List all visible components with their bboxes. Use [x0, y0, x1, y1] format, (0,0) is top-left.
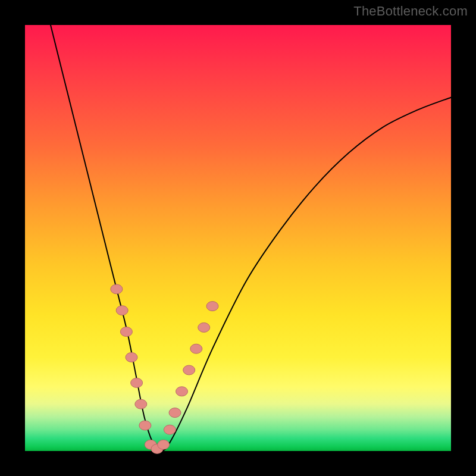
highlight-dot: [198, 322, 210, 332]
highlight-dot: [120, 327, 132, 337]
highlight-dot: [111, 284, 123, 294]
highlight-dot: [206, 302, 218, 311]
highlight-dot: [164, 425, 176, 434]
watermark-text: TheBottleneck.com: [353, 4, 468, 19]
highlight-dot: [131, 378, 143, 387]
chart-frame: TheBottleneck.com: [0, 0, 476, 476]
highlight-dot: [158, 440, 170, 449]
highlight-dot: [139, 421, 151, 430]
highlight-dots-group: [111, 284, 218, 454]
highlight-dot: [116, 306, 128, 315]
highlight-dot: [183, 365, 195, 375]
highlight-dot: [126, 353, 137, 362]
highlight-dot: [169, 408, 181, 418]
plot-area: [25, 25, 451, 451]
curve-svg: [25, 25, 451, 451]
highlight-dot: [190, 344, 202, 353]
highlight-dot: [176, 387, 188, 396]
highlight-dot: [135, 399, 147, 409]
bottleneck-curve: [51, 25, 451, 451]
